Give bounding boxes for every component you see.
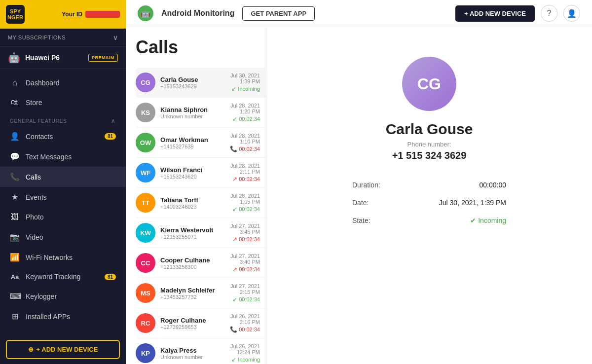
call-meta: Jul 27, 2021 2:15 PM ↙ 00:02:34: [230, 283, 260, 303]
sidebar-item-keyword[interactable]: Aa Keyword Tracking 81: [0, 267, 126, 286]
call-list-item[interactable]: MS Madelyn Schleifer +13453257732 Jul 27…: [136, 278, 266, 308]
android-platform-icon: 🤖: [138, 5, 153, 21]
sidebar-item-keylogger[interactable]: ⌨ Keylogger: [0, 286, 126, 306]
call-number: +12739259653: [160, 324, 225, 330]
store-icon: 🛍: [10, 98, 20, 107]
help-icon: ?: [547, 9, 552, 18]
date-value: Jul 30, 2021, 1:39 PM: [395, 194, 508, 212]
call-date: Jul 28, 2021 1:05 PM: [230, 193, 260, 205]
wifi-icon: 📶: [10, 253, 20, 262]
sidebar-item-installed-apps[interactable]: ⊞ Installed APPs: [0, 306, 126, 327]
dashboard-icon: ⌂: [10, 78, 20, 87]
call-status-icon: 📞: [230, 326, 237, 333]
sidebar-item-wifi[interactable]: 📶 Wi-Fi Networks: [0, 247, 126, 267]
page-title: Calls: [136, 37, 266, 58]
sidebar-item-text-messages[interactable]: 💬 Text Messages: [0, 146, 126, 167]
duration-value: 00:00:00: [395, 176, 508, 194]
call-info: Carla Gouse +15153243629: [160, 76, 225, 89]
call-list-item[interactable]: KS Kianna Siphron Unknown number Jul 28,…: [136, 98, 266, 128]
sidebar-item-label: Installed APPs: [26, 313, 70, 321]
call-name: Kierra Westervolt: [160, 226, 225, 234]
call-status: ↗ 00:02:34: [230, 266, 260, 273]
call-status-icon: 📞: [230, 146, 237, 152]
call-info: Kierra Westervolt +12153255071: [160, 226, 225, 240]
sidebar: SPYNGER Your ID MY SUBSCRIPTIONS ∨ 🤖 Hua…: [0, 0, 126, 364]
call-number: +12133258300: [160, 264, 225, 270]
call-list-item[interactable]: KP Kaiya Press Unknown number Jul 26, 20…: [136, 338, 266, 364]
general-features-chevron-icon: ∧: [111, 117, 116, 124]
sidebar-item-label: Photo: [26, 213, 44, 221]
call-meta: Jul 27, 2021 3:40 PM ↗ 00:02:34: [230, 253, 260, 273]
detail-name: Carla Gouse: [386, 121, 473, 138]
detail-avatar-initials: CG: [417, 75, 441, 93]
call-list-item[interactable]: WF Wilson Franci +15153243620 Jul 28, 20…: [136, 158, 266, 188]
sidebar-item-events[interactable]: ★ Events: [0, 187, 126, 207]
call-date: Jul 30, 2021 1:39 PM: [230, 73, 260, 84]
app-logo: SPYNGER: [6, 5, 25, 24]
sidebar-item-label: Dashboard: [26, 79, 60, 87]
call-status: ↗ 00:02:34: [230, 176, 260, 182]
duration-label: Duration:: [350, 176, 395, 194]
device-row[interactable]: 🤖 Huawei P6 PREMIUM: [0, 47, 126, 69]
sidebar-item-label: Calls: [26, 173, 41, 181]
call-list-item[interactable]: KW Kierra Westervolt +12153255071 Jul 27…: [136, 218, 266, 248]
calls-list: CG Carla Gouse +15153243629 Jul 30, 2021…: [136, 68, 266, 364]
calls-icon: 📞: [10, 172, 20, 182]
call-avatar: MS: [136, 283, 155, 303]
call-number: +14003246023: [160, 204, 225, 210]
sidebar-item-dashboard[interactable]: ⌂ Dashboard: [0, 73, 126, 93]
photo-icon: 🖼: [10, 213, 20, 221]
sidebar-item-video[interactable]: 📷 Video: [0, 227, 126, 247]
call-list-item[interactable]: OW Omar Workman +1415327639 Jul 28, 2021…: [136, 128, 266, 158]
call-status: 📞 00:02:34: [230, 326, 260, 333]
detail-duration-row: Duration: 00:00:00: [350, 176, 508, 194]
call-avatar: TT: [136, 193, 155, 213]
your-id-bar: [85, 11, 120, 18]
call-name: Omar Workman: [160, 136, 225, 144]
call-avatar: CC: [136, 253, 155, 273]
get-parent-app-button[interactable]: GET PARENT APP: [242, 6, 315, 21]
platform-label: Android Monitoring: [161, 9, 234, 18]
call-name: Cooper Culhane: [160, 256, 225, 264]
call-number: Unknown number: [160, 113, 225, 119]
call-avatar: OW: [136, 133, 155, 152]
contacts-icon: 👤: [10, 132, 20, 141]
call-info: Tatiana Torff +14003246023: [160, 196, 225, 210]
subscription-row[interactable]: MY SUBSCRIPTIONS ∨: [0, 29, 126, 47]
sidebar-item-store[interactable]: 🛍 Store: [0, 93, 126, 112]
keyword-badge: 81: [105, 274, 116, 280]
help-button[interactable]: ?: [541, 5, 557, 22]
keyword-icon: Aa: [10, 273, 20, 281]
detail-table: Duration: 00:00:00 Date: Jul 30, 2021, 1…: [350, 176, 508, 229]
call-date: Jul 27, 2021 2:15 PM: [230, 283, 260, 295]
call-meta: Jul 26, 2021 2:16 PM 📞 00:02:34: [230, 313, 260, 333]
sidebar-item-calls[interactable]: 📞 Calls: [0, 167, 126, 187]
sidebar-item-contacts[interactable]: 👤 Contacts 81: [0, 126, 126, 146]
call-info: Madelyn Schleifer +13453257732: [160, 287, 225, 300]
video-icon: 📷: [10, 232, 20, 242]
call-info: Omar Workman +1415327639: [160, 136, 225, 149]
add-new-device-sidebar-button[interactable]: ⊕ + ADD NEW DEVICE: [6, 340, 120, 359]
add-new-device-button[interactable]: + ADD NEW DEVICE: [455, 5, 535, 22]
sidebar-item-label: Text Messages: [26, 153, 72, 161]
call-status-icon: ↙: [231, 85, 236, 92]
installed-apps-icon: ⊞: [10, 312, 20, 321]
add-device-label: + ADD NEW DEVICE: [37, 346, 98, 353]
sidebar-header: SPYNGER Your ID: [0, 0, 126, 29]
calls-list-panel: Calls CG Carla Gouse +15153243629 Jul 30…: [126, 27, 266, 364]
call-meta: Jul 30, 2021 1:39 PM ↙ Incoming: [230, 73, 260, 92]
call-list-item[interactable]: CC Cooper Culhane +12133258300 Jul 27, 2…: [136, 248, 266, 278]
call-list-item[interactable]: RC Roger Culhane +12739259653 Jul 26, 20…: [136, 308, 266, 338]
call-list-item[interactable]: CG Carla Gouse +15153243629 Jul 30, 2021…: [136, 68, 266, 98]
events-icon: ★: [10, 192, 20, 202]
call-date: Jul 27, 2021 3:40 PM: [230, 253, 260, 265]
call-list-item[interactable]: TT Tatiana Torff +14003246023 Jul 28, 20…: [136, 188, 266, 218]
sidebar-item-photo[interactable]: 🖼 Photo: [0, 207, 126, 227]
call-number: +15153243629: [160, 83, 225, 89]
text-messages-icon: 💬: [10, 152, 20, 161]
call-date: Jul 26, 2021 12:24 PM: [230, 343, 260, 355]
user-profile-button[interactable]: 👤: [563, 5, 580, 22]
call-info: Roger Culhane +12739259653: [160, 317, 225, 330]
your-id-section: Your ID: [62, 11, 120, 18]
call-status-icon: ↗: [232, 266, 237, 273]
